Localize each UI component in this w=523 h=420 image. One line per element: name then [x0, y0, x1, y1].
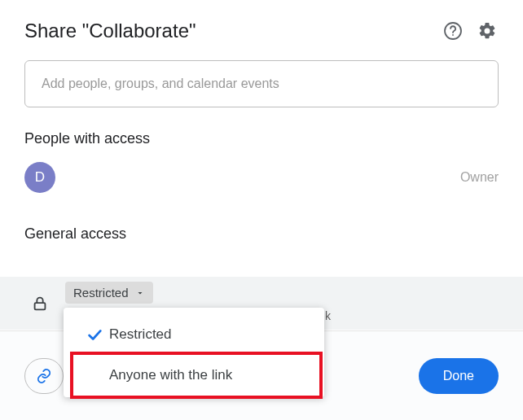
dialog-header: Share "Collaborate" [24, 20, 499, 42]
menu-option-restricted[interactable]: Restricted [64, 314, 324, 355]
menu-option-label: Anyone with the link [109, 367, 232, 383]
person-role: Owner [460, 170, 499, 185]
svg-point-1 [452, 34, 454, 36]
dialog-title: Share "Collaborate" [24, 20, 196, 42]
copy-link-button[interactable] [24, 358, 64, 394]
lock-icon [31, 295, 49, 313]
general-access-title: General access [24, 225, 499, 243]
input-placeholder: Add people, groups, and calendar events [42, 77, 279, 91]
menu-option-label: Restricted [109, 326, 172, 343]
person-row: D Owner [24, 162, 499, 193]
chevron-down-icon [135, 288, 145, 298]
add-people-input[interactable]: Add people, groups, and calendar events [24, 60, 499, 107]
access-level-label: Restricted [73, 286, 129, 300]
link-icon [36, 368, 52, 384]
access-dropdown-menu: Restricted Anyone with the link [64, 308, 324, 397]
help-button[interactable] [442, 20, 464, 42]
header-actions [442, 20, 499, 42]
check-icon [86, 326, 103, 343]
truncated-text: k [325, 309, 331, 322]
share-dialog: Share "Collaborate" Add people, groups, … [0, 0, 523, 420]
people-section-title: People with access [24, 130, 499, 147]
menu-option-anyone-link[interactable]: Anyone with the link [64, 355, 324, 396]
help-icon [443, 21, 463, 41]
lock-icon-container [24, 288, 55, 319]
gear-icon [477, 21, 497, 41]
svg-rect-2 [35, 303, 46, 309]
done-button[interactable]: Done [419, 358, 499, 394]
avatar: D [24, 162, 55, 193]
access-level-dropdown[interactable]: Restricted [65, 282, 153, 304]
settings-button[interactable] [476, 20, 499, 42]
